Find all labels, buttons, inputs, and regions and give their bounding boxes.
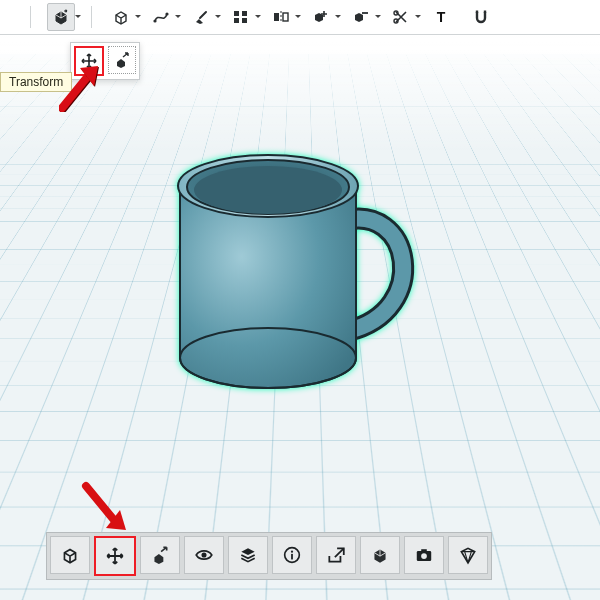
share-icon bbox=[326, 545, 346, 565]
svg-rect-9 bbox=[242, 18, 247, 23]
camera-icon bbox=[414, 545, 434, 565]
text-icon: T bbox=[432, 8, 450, 26]
scale-tool-button-bottom[interactable] bbox=[140, 536, 180, 574]
svg-point-17 bbox=[201, 552, 206, 557]
svg-point-4 bbox=[153, 19, 156, 22]
info-button[interactable] bbox=[272, 536, 312, 574]
svg-rect-6 bbox=[234, 11, 239, 16]
visibility-button[interactable] bbox=[184, 536, 224, 574]
scale-tool-button[interactable] bbox=[108, 46, 136, 74]
toolbar-divider bbox=[30, 6, 31, 28]
svg-rect-11 bbox=[283, 13, 288, 21]
svg-rect-22 bbox=[421, 549, 427, 552]
screenshot-button[interactable] bbox=[404, 536, 444, 574]
eye-icon bbox=[194, 545, 214, 565]
curve-icon bbox=[152, 8, 170, 26]
3d-viewport[interactable] bbox=[0, 34, 600, 600]
cube-icon bbox=[112, 8, 130, 26]
transform-group-button[interactable] bbox=[47, 3, 75, 31]
cube-minus-icon bbox=[352, 8, 370, 26]
cube-plus-icon bbox=[312, 8, 330, 26]
move-arrows-icon bbox=[105, 546, 125, 566]
cube-move-icon bbox=[52, 8, 70, 26]
info-icon bbox=[282, 545, 302, 565]
scale-icon bbox=[113, 51, 131, 69]
cube-array-icon bbox=[232, 8, 250, 26]
transform-sub-toolbar bbox=[70, 42, 140, 80]
primitive-solid-button[interactable] bbox=[108, 4, 134, 30]
cube-outline-icon bbox=[60, 545, 80, 565]
solid-cube-icon bbox=[370, 545, 390, 565]
mirror-button[interactable] bbox=[268, 4, 294, 30]
tooltip-transform: Transform bbox=[0, 72, 72, 92]
cut-button[interactable] bbox=[388, 4, 414, 30]
snap-button[interactable] bbox=[468, 4, 494, 30]
move-tool-button-bottom[interactable] bbox=[94, 536, 136, 576]
main-toolbar: T bbox=[0, 0, 600, 35]
svg-rect-20 bbox=[291, 554, 293, 560]
export-button[interactable] bbox=[316, 536, 356, 574]
bottom-toolbar bbox=[46, 532, 492, 580]
magnet-icon bbox=[472, 8, 490, 26]
svg-rect-7 bbox=[242, 11, 247, 16]
solid-shading-button[interactable] bbox=[360, 536, 400, 574]
layers-button[interactable] bbox=[228, 536, 268, 574]
array-copy-button[interactable] bbox=[228, 4, 254, 30]
layers-icon bbox=[238, 545, 258, 565]
svg-rect-16 bbox=[484, 11, 486, 14]
toolbar-divider bbox=[91, 6, 92, 28]
mirror-icon bbox=[272, 8, 290, 26]
diamond-down-icon bbox=[458, 545, 478, 565]
model-mug[interactable] bbox=[150, 126, 440, 426]
boolean-add-button[interactable] bbox=[308, 4, 334, 30]
svg-text:T: T bbox=[437, 9, 446, 25]
svg-point-3 bbox=[194, 166, 342, 214]
move-arrows-icon bbox=[80, 52, 98, 70]
svg-rect-15 bbox=[476, 11, 478, 14]
boolean-subtract-button[interactable] bbox=[348, 4, 374, 30]
svg-point-23 bbox=[421, 553, 427, 559]
svg-point-19 bbox=[291, 551, 293, 553]
text-tool-button[interactable]: T bbox=[428, 4, 454, 30]
brush-icon bbox=[192, 8, 210, 26]
render-button[interactable] bbox=[448, 536, 488, 574]
move-tool-button[interactable] bbox=[74, 46, 104, 76]
svg-rect-10 bbox=[274, 13, 279, 21]
svg-point-5 bbox=[165, 12, 168, 15]
paint-button[interactable] bbox=[188, 4, 214, 30]
svg-rect-8 bbox=[234, 18, 239, 23]
fit-view-button[interactable] bbox=[50, 536, 90, 574]
scale-icon bbox=[150, 545, 170, 565]
sketch-curve-button[interactable] bbox=[148, 4, 174, 30]
scissors-icon bbox=[392, 8, 410, 26]
